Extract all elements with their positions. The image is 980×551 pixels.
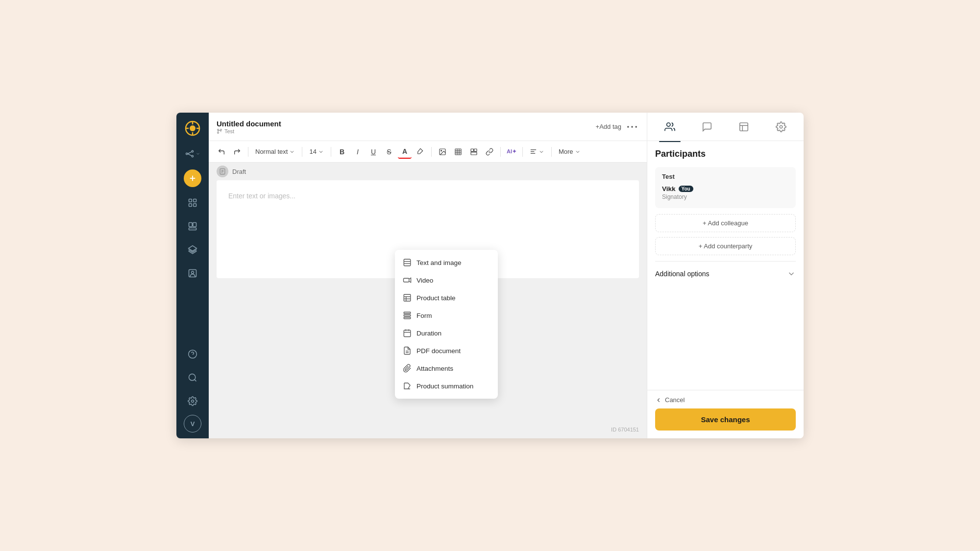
image-button[interactable] bbox=[436, 145, 449, 159]
participants-icon bbox=[664, 121, 675, 132]
sidebar-item-layers[interactable] bbox=[183, 240, 202, 260]
align-select[interactable] bbox=[527, 147, 547, 156]
menu-item-duration[interactable]: Duration bbox=[395, 324, 498, 342]
table-button[interactable] bbox=[451, 145, 465, 159]
menu-item-product-table[interactable]: Product table bbox=[395, 289, 498, 307]
align-icon bbox=[530, 148, 537, 155]
cancel-button[interactable]: Cancel bbox=[655, 396, 796, 404]
menu-item-text-image[interactable]: Text and image bbox=[395, 254, 498, 271]
menu-item-form[interactable]: Form bbox=[395, 307, 498, 324]
highlight-icon bbox=[416, 148, 424, 156]
menu-item-video[interactable]: Video bbox=[395, 271, 498, 289]
messages-icon bbox=[702, 121, 712, 132]
text-color-button[interactable]: A bbox=[398, 145, 412, 159]
you-badge: You bbox=[679, 186, 693, 192]
participant-group: Test Vikk You Signatory bbox=[655, 167, 796, 208]
add-button[interactable] bbox=[184, 169, 201, 187]
svg-point-31 bbox=[627, 126, 629, 128]
right-panel: Participants Test Vikk You Signatory + A… bbox=[647, 113, 804, 438]
document-placeholder: Enter text or images... bbox=[228, 192, 627, 200]
form-icon bbox=[403, 311, 412, 320]
tab-participants[interactable] bbox=[659, 116, 681, 138]
additional-options-label: Additional options bbox=[655, 270, 710, 278]
branch-icon bbox=[217, 128, 222, 134]
svg-point-7 bbox=[192, 150, 193, 152]
strikethrough-button[interactable]: S bbox=[382, 145, 396, 159]
sidebar-item-contacts[interactable] bbox=[183, 264, 202, 283]
underline-button[interactable]: U bbox=[367, 145, 380, 159]
link-button[interactable] bbox=[483, 145, 496, 159]
add-colleague-button[interactable]: + Add colleague bbox=[655, 214, 796, 232]
sidebar-item-apps[interactable] bbox=[183, 193, 202, 213]
svg-point-8 bbox=[192, 155, 193, 157]
svg-rect-36 bbox=[455, 149, 461, 155]
highlight-button[interactable] bbox=[414, 145, 427, 159]
more-options-button[interactable] bbox=[625, 120, 639, 134]
sidebar-item-library[interactable] bbox=[183, 216, 202, 236]
tab-messages[interactable] bbox=[696, 116, 718, 138]
user-avatar[interactable]: V bbox=[184, 415, 201, 432]
document-header: Untitled document Test +Add tag bbox=[209, 113, 647, 141]
pdf-icon bbox=[403, 346, 412, 355]
svg-rect-15 bbox=[189, 204, 192, 207]
attachment-icon bbox=[403, 364, 412, 373]
content-button[interactable] bbox=[467, 145, 481, 159]
toolbar-divider-4 bbox=[431, 147, 432, 157]
svg-point-35 bbox=[441, 150, 442, 151]
add-tag-button[interactable]: +Add tag bbox=[596, 123, 621, 130]
toolbar-divider-5 bbox=[500, 147, 501, 157]
status-bar: Draft bbox=[209, 163, 647, 180]
tab-activity[interactable] bbox=[733, 116, 755, 138]
bold-button[interactable]: B bbox=[335, 145, 349, 159]
more-toolbar-button[interactable]: More bbox=[556, 147, 584, 156]
svg-rect-53 bbox=[404, 259, 411, 266]
group-name: Test bbox=[662, 173, 789, 180]
logo[interactable] bbox=[183, 119, 202, 138]
font-size-select[interactable]: 14 bbox=[306, 147, 326, 156]
document-subtitle: Test bbox=[217, 128, 592, 134]
main-area: Untitled document Test +Add tag bbox=[209, 113, 647, 438]
text-style-select[interactable]: Normal text bbox=[252, 147, 298, 156]
menu-item-product-summation[interactable]: Product summation bbox=[395, 377, 498, 395]
italic-button[interactable]: I bbox=[351, 145, 365, 159]
sidebar-item-search[interactable] bbox=[183, 368, 202, 387]
svg-line-26 bbox=[195, 380, 196, 382]
chevron-down-icon-4 bbox=[575, 149, 581, 155]
svg-rect-63 bbox=[404, 317, 411, 319]
svg-point-70 bbox=[666, 122, 670, 126]
ai-button[interactable]: AI✦ bbox=[505, 145, 518, 159]
content-icon bbox=[470, 148, 478, 156]
table-icon bbox=[454, 148, 462, 156]
redo-button[interactable] bbox=[230, 145, 244, 159]
svg-point-27 bbox=[192, 400, 194, 403]
svg-point-25 bbox=[189, 374, 196, 381]
cancel-icon bbox=[655, 397, 662, 404]
svg-rect-64 bbox=[404, 330, 411, 337]
tab-settings[interactable] bbox=[770, 116, 792, 138]
menu-item-attachments[interactable]: Attachments bbox=[395, 359, 498, 377]
activity-icon bbox=[738, 121, 749, 132]
participant-row: Vikk You Signatory bbox=[662, 185, 789, 200]
sidebar-item-settings[interactable] bbox=[183, 391, 202, 411]
panel-tabs bbox=[647, 113, 804, 141]
svg-point-22 bbox=[192, 271, 194, 274]
add-counterparty-button[interactable]: + Add counterparty bbox=[655, 237, 796, 255]
status-icon bbox=[217, 166, 228, 177]
additional-options-row[interactable]: Additional options bbox=[655, 267, 796, 280]
toolbar-divider-3 bbox=[331, 147, 331, 157]
sidebar-item-home[interactable] bbox=[183, 144, 202, 164]
svg-point-6 bbox=[186, 153, 188, 154]
sidebar-item-help[interactable] bbox=[183, 344, 202, 364]
undo-button[interactable] bbox=[215, 145, 228, 159]
menu-item-pdf[interactable]: PDF document bbox=[395, 342, 498, 359]
svg-rect-16 bbox=[194, 204, 196, 207]
participant-role: Signatory bbox=[662, 193, 693, 200]
settings-icon bbox=[776, 121, 786, 132]
status-label: Draft bbox=[232, 168, 246, 175]
save-changes-button[interactable]: Save changes bbox=[655, 408, 796, 431]
text-image-icon bbox=[403, 258, 412, 267]
svg-rect-19 bbox=[189, 228, 196, 230]
title-group: Untitled document Test bbox=[217, 120, 592, 134]
formatting-toolbar: Normal text 14 B I U S A bbox=[209, 141, 647, 163]
image-icon bbox=[439, 148, 446, 156]
